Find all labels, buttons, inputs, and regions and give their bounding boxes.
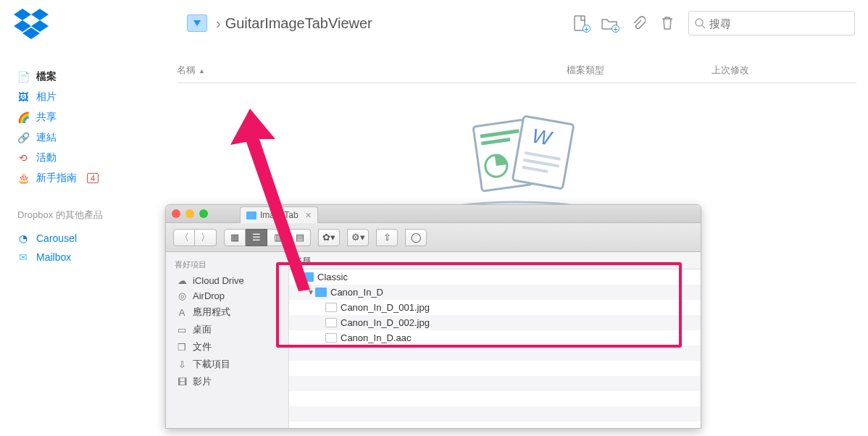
row-label: Canon_In_D	[330, 287, 383, 298]
svg-line-8	[702, 25, 705, 28]
apps-icon: A	[176, 307, 188, 318]
desktop-icon: ▭	[176, 324, 188, 335]
view-coverflow-button[interactable]: ▤	[289, 229, 311, 246]
finder-tab[interactable]: ImageTab ✕	[240, 206, 318, 223]
zoom-window-button[interactable]	[199, 209, 208, 218]
fav-label: 應用程式	[193, 306, 230, 319]
share-button[interactable]: ⇧	[376, 229, 398, 246]
col-name-label: 名稱	[177, 64, 196, 75]
sidebar-events[interactable]: ⟲活動	[17, 148, 145, 168]
tags-button[interactable]: ◯	[405, 229, 427, 246]
sidebar-item-label: Mailbox	[36, 251, 71, 263]
action-button[interactable]: ⚙▾	[347, 229, 369, 246]
col-type[interactable]: 檔案類型	[567, 64, 711, 77]
file-icon	[325, 333, 337, 343]
view-icon-button[interactable]: ▦	[224, 229, 246, 246]
link-icon: 🔗	[17, 132, 29, 143]
finder-titlebar[interactable]: ImageTab ✕	[166, 205, 701, 223]
rainbow-icon: 🌈	[17, 112, 29, 123]
sidebar-links[interactable]: 🔗連結	[17, 127, 145, 148]
file-row[interactable]: Canon_In_D_001.jpg	[289, 300, 701, 315]
sidebar-sharing[interactable]: 🌈共享	[17, 107, 145, 127]
new-folder-icon[interactable]: +	[601, 15, 617, 31]
sidebar-photos[interactable]: 🖼相片	[17, 87, 145, 107]
search-icon	[695, 18, 705, 29]
search-box[interactable]	[688, 11, 855, 35]
nav-buttons: 〈 〉	[173, 229, 217, 246]
downloads-icon: ⇩	[176, 359, 188, 370]
sidebar-item-label: 共享	[36, 111, 57, 124]
clock-icon: ⟲	[17, 152, 29, 164]
trash-icon[interactable]	[659, 15, 675, 31]
breadcrumb: › GuitarImageTabViewer	[187, 14, 372, 32]
upload-file-icon[interactable]: +	[572, 15, 588, 31]
fav-apps[interactable]: A應用程式	[173, 303, 288, 321]
close-tab-icon[interactable]: ✕	[305, 211, 312, 220]
favorites-heading: 喜好項目	[175, 259, 288, 270]
sidebar-item-label: 新手指南	[36, 172, 77, 185]
dropbox-logo[interactable]	[13, 7, 49, 39]
folder-icon	[315, 288, 327, 297]
disclosure-icon[interactable]: ▼	[306, 288, 315, 296]
sidebar-getstarted[interactable]: 🎂新手指南4	[17, 168, 145, 188]
svg-marker-0	[14, 9, 31, 20]
empty-row	[289, 406, 701, 422]
cake-icon: 🎂	[17, 172, 29, 184]
finder-list: 名稱 ▼ Classic ▼ Canon_In_D Canon_In_D_001…	[289, 252, 701, 428]
folder-icon	[246, 211, 256, 219]
fav-icloud[interactable]: ☁iCloud Drive	[173, 273, 288, 288]
folder-row-canon[interactable]: ▼ Canon_In_D	[289, 285, 701, 300]
fav-label: 影片	[193, 375, 212, 388]
attachment-icon[interactable]	[630, 15, 646, 31]
svg-marker-1	[31, 9, 49, 20]
row-label: Canon_In_D.aac	[341, 332, 412, 343]
sidebar-item-label: 檔案	[36, 70, 57, 83]
carousel-icon: ◔	[17, 232, 29, 244]
sidebar-item-label: 連結	[36, 131, 57, 144]
chevron-right-icon: ›	[216, 15, 221, 32]
airdrop-icon: ◎	[176, 290, 188, 301]
view-list-button[interactable]: ☰	[246, 229, 267, 246]
empty-row	[289, 345, 701, 361]
sidebar-products-heading: Dropbox 的其他產品	[17, 209, 145, 222]
dropbox-toolbar: + +	[572, 11, 855, 35]
sidebar-mailbox[interactable]: ✉Mailbox	[17, 248, 145, 267]
col-modified[interactable]: 上次修改	[711, 64, 856, 77]
fav-movies[interactable]: 🎞影片	[173, 373, 288, 390]
view-column-button[interactable]: ▥	[267, 229, 289, 246]
file-row[interactable]: Canon_In_D_002.jpg	[289, 315, 701, 330]
fav-label: AirDrop	[193, 290, 225, 301]
dropbox-header: › GuitarImageTabViewer + +	[0, 0, 868, 46]
disclosure-icon[interactable]: ▼	[293, 273, 302, 281]
sidebar-files[interactable]: 📄檔案	[17, 67, 145, 87]
empty-row	[289, 391, 701, 406]
empty-row	[289, 376, 701, 391]
fav-downloads[interactable]: ⇩下載項目	[173, 356, 288, 373]
folder-row-classic[interactable]: ▼ Classic	[289, 269, 701, 285]
back-button[interactable]: 〈	[173, 229, 195, 246]
dropbox-sidebar: 📄檔案 🖼相片 🌈共享 🔗連結 ⟲活動 🎂新手指南4 Dropbox 的其他產品…	[0, 46, 145, 267]
sidebar-carousel[interactable]: ◔Carousel	[17, 229, 145, 248]
col-name[interactable]: 名稱▲	[177, 64, 567, 77]
breadcrumb-title[interactable]: GuitarImageTabViewer	[225, 15, 372, 32]
sidebar-item-label: Carousel	[36, 232, 77, 244]
close-window-button[interactable]	[172, 209, 180, 218]
breadcrumb-folder-button[interactable]	[187, 14, 207, 32]
finder-window: ImageTab ✕ 〈 〉 ▦ ☰ ▥ ▤ ✿▾ ⚙▾ ⇧ ◯ 喜好項目 ☁i…	[165, 204, 701, 429]
file-icon	[325, 318, 337, 327]
column-headers: 名稱▲ 檔案類型 上次修改	[177, 64, 856, 83]
svg-point-7	[696, 19, 703, 26]
fav-docs[interactable]: ❐文件	[173, 338, 288, 356]
row-label: Classic	[317, 272, 348, 282]
file-row[interactable]: Canon_In_D.aac	[289, 330, 701, 345]
forward-button[interactable]: 〉	[195, 229, 217, 246]
search-input[interactable]	[709, 17, 848, 30]
arrange-button[interactable]: ✿▾	[318, 229, 340, 246]
finder-col-name[interactable]: 名稱	[289, 252, 701, 269]
minimize-window-button[interactable]	[185, 209, 194, 218]
finder-sidebar: 喜好項目 ☁iCloud Drive ◎AirDrop A應用程式 ▭桌面 ❐文…	[166, 252, 289, 428]
fav-desktop[interactable]: ▭桌面	[173, 321, 288, 338]
row-label: Canon_In_D_002.jpg	[341, 317, 430, 328]
fav-airdrop[interactable]: ◎AirDrop	[173, 288, 288, 303]
mailbox-icon: ✉	[17, 251, 29, 263]
